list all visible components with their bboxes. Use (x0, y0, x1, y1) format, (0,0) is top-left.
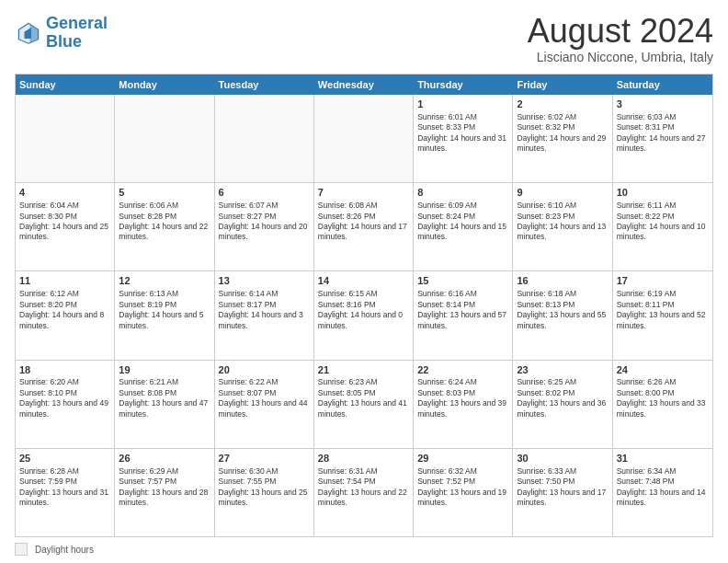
sunrise-text: Sunrise: 6:02 AM (517, 112, 608, 122)
logo-blue: Blue (46, 32, 82, 51)
sunrise-text: Sunrise: 6:16 AM (417, 289, 508, 299)
subtitle: Lisciano Niccone, Umbria, Italy (528, 50, 713, 64)
day-number: 4 (19, 186, 110, 200)
calendar-row-2: 4Sunrise: 6:04 AMSunset: 8:30 PMDaylight… (16, 183, 712, 271)
sunrise-text: Sunrise: 6:10 AM (517, 201, 608, 211)
calendar-cell: 8Sunrise: 6:09 AMSunset: 8:24 PMDaylight… (414, 183, 513, 270)
sunset-text: Sunset: 8:30 PM (19, 212, 110, 222)
sunrise-text: Sunrise: 6:13 AM (119, 289, 210, 299)
daylight-text: Daylight: 14 hours and 5 minutes. (119, 310, 210, 331)
sunrise-text: Sunrise: 6:24 AM (417, 377, 508, 387)
sunset-text: Sunset: 8:27 PM (219, 212, 310, 222)
day-number: 29 (417, 452, 508, 465)
sunset-text: Sunset: 8:31 PM (617, 122, 709, 132)
calendar-cell: 15Sunrise: 6:16 AMSunset: 8:14 PMDayligh… (414, 271, 513, 359)
calendar-cell: 5Sunrise: 6:06 AMSunset: 8:28 PMDaylight… (115, 183, 214, 270)
sunset-text: Sunset: 8:24 PM (417, 212, 508, 222)
sunset-text: Sunset: 7:50 PM (517, 477, 608, 487)
header-monday: Monday (115, 75, 214, 95)
calendar-cell: 30Sunrise: 6:33 AMSunset: 7:50 PMDayligh… (513, 449, 612, 536)
sunset-text: Sunset: 8:20 PM (19, 300, 110, 310)
day-number: 28 (318, 452, 409, 465)
day-number: 26 (119, 452, 210, 465)
calendar-row-4: 18Sunrise: 6:20 AMSunset: 8:10 PMDayligh… (16, 361, 712, 449)
sunset-text: Sunset: 8:23 PM (517, 212, 608, 222)
sunrise-text: Sunrise: 6:29 AM (119, 466, 210, 477)
daylight-text: Daylight: 13 hours and 36 minutes. (517, 398, 608, 419)
day-number: 6 (219, 186, 310, 200)
day-number: 17 (617, 274, 709, 288)
logo-text: General Blue (46, 15, 108, 52)
sunset-text: Sunset: 7:52 PM (417, 477, 508, 487)
calendar-cell (314, 95, 414, 182)
calendar-header: Sunday Monday Tuesday Wednesday Thursday… (16, 75, 712, 95)
sunset-text: Sunset: 8:19 PM (119, 300, 210, 310)
daylight-text: Daylight: 14 hours and 13 minutes. (517, 222, 608, 243)
header-tuesday: Tuesday (215, 75, 314, 95)
day-number: 5 (119, 186, 210, 200)
daylight-text: Daylight: 13 hours and 44 minutes. (219, 398, 310, 419)
sunrise-text: Sunrise: 6:23 AM (318, 377, 409, 387)
calendar-cell: 12Sunrise: 6:13 AMSunset: 8:19 PMDayligh… (115, 271, 214, 359)
calendar-cell (215, 95, 314, 182)
sunset-text: Sunset: 7:48 PM (617, 477, 709, 487)
sunrise-text: Sunrise: 6:06 AM (119, 201, 210, 211)
sunset-text: Sunset: 8:07 PM (219, 388, 310, 398)
calendar: Sunday Monday Tuesday Wednesday Thursday… (15, 74, 713, 537)
day-number: 20 (219, 363, 310, 377)
calendar-cell: 23Sunrise: 6:25 AMSunset: 8:02 PMDayligh… (513, 361, 612, 448)
calendar-cell: 29Sunrise: 6:32 AMSunset: 7:52 PMDayligh… (414, 449, 513, 536)
calendar-cell: 25Sunrise: 6:28 AMSunset: 7:59 PMDayligh… (16, 449, 115, 536)
sunrise-text: Sunrise: 6:19 AM (617, 289, 709, 299)
day-number: 14 (318, 274, 409, 288)
calendar-row-1: 1Sunrise: 6:01 AMSunset: 8:33 PMDaylight… (16, 95, 712, 183)
calendar-row-5: 25Sunrise: 6:28 AMSunset: 7:59 PMDayligh… (16, 449, 712, 536)
sunset-text: Sunset: 7:59 PM (19, 477, 110, 487)
daylight-text: Daylight: 13 hours and 19 minutes. (417, 488, 508, 509)
daylight-text: Daylight: 13 hours and 22 minutes. (318, 488, 409, 509)
daylight-text: Daylight: 13 hours and 39 minutes. (417, 398, 508, 419)
daylight-text: Daylight: 14 hours and 8 minutes. (19, 310, 110, 331)
sunrise-text: Sunrise: 6:11 AM (617, 201, 709, 211)
day-number: 9 (517, 186, 608, 200)
calendar-cell: 19Sunrise: 6:21 AMSunset: 8:08 PMDayligh… (115, 361, 214, 448)
sunrise-text: Sunrise: 6:20 AM (19, 377, 110, 387)
logo-general: General (46, 14, 108, 32)
day-number: 1 (417, 98, 508, 111)
sunrise-text: Sunrise: 6:12 AM (19, 289, 110, 299)
sunrise-text: Sunrise: 6:32 AM (417, 466, 508, 477)
calendar-cell: 14Sunrise: 6:15 AMSunset: 8:16 PMDayligh… (314, 271, 414, 359)
day-number: 21 (318, 363, 409, 377)
day-number: 7 (318, 186, 409, 200)
daylight-text: Daylight: 14 hours and 29 minutes. (517, 133, 608, 155)
sunset-text: Sunset: 8:03 PM (417, 388, 508, 398)
sunset-text: Sunset: 8:13 PM (517, 300, 608, 310)
daylight-text: Daylight: 13 hours and 28 minutes. (119, 488, 210, 509)
sunrise-text: Sunrise: 6:26 AM (617, 377, 709, 387)
calendar-cell: 4Sunrise: 6:04 AMSunset: 8:30 PMDaylight… (16, 183, 115, 270)
sunrise-text: Sunrise: 6:21 AM (119, 377, 210, 387)
day-number: 10 (617, 186, 709, 200)
calendar-cell: 3Sunrise: 6:03 AMSunset: 8:31 PMDaylight… (613, 95, 712, 182)
daylight-legend-box (15, 543, 28, 556)
daylight-text: Daylight: 14 hours and 27 minutes. (617, 133, 709, 155)
day-number: 27 (219, 452, 310, 465)
calendar-body: 1Sunrise: 6:01 AMSunset: 8:33 PMDaylight… (16, 95, 712, 536)
day-number: 3 (617, 98, 709, 111)
calendar-cell: 28Sunrise: 6:31 AMSunset: 7:54 PMDayligh… (314, 449, 414, 536)
daylight-text: Daylight: 13 hours and 47 minutes. (119, 398, 210, 419)
sunset-text: Sunset: 7:55 PM (219, 477, 310, 487)
sunset-text: Sunset: 8:22 PM (617, 212, 709, 222)
sunset-text: Sunset: 7:57 PM (119, 477, 210, 487)
header-thursday: Thursday (414, 75, 513, 95)
day-number: 18 (19, 363, 110, 377)
calendar-cell: 16Sunrise: 6:18 AMSunset: 8:13 PMDayligh… (513, 271, 612, 359)
page: General Blue August 2024 Lisciano Niccon… (0, 0, 728, 563)
sunrise-text: Sunrise: 6:03 AM (617, 112, 709, 122)
daylight-text: Daylight: 14 hours and 25 minutes. (19, 222, 110, 243)
sunrise-text: Sunrise: 6:14 AM (219, 289, 310, 299)
sunrise-text: Sunrise: 6:04 AM (19, 201, 110, 211)
sunrise-text: Sunrise: 6:33 AM (517, 466, 608, 477)
header: General Blue August 2024 Lisciano Niccon… (15, 15, 713, 64)
calendar-cell: 26Sunrise: 6:29 AMSunset: 7:57 PMDayligh… (115, 449, 214, 536)
